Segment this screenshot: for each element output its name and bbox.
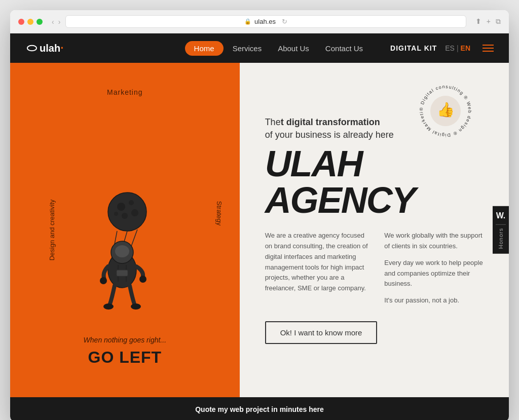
forward-icon[interactable]: › (58, 18, 61, 26)
svg-point-5 (131, 209, 138, 216)
browser-window: ‹ › 🔒 ulah.es ↻ ⬆ + ⧉ ulah· Home Serv (10, 10, 509, 420)
hamburger-menu[interactable] (483, 45, 494, 52)
circular-badge: ® Digital consulting ® Web design ® Digi… (413, 78, 478, 144)
logo-dot: · (60, 42, 63, 55)
svg-point-12 (103, 303, 114, 310)
footer-cta-bar[interactable]: Quote my web project in minutes here (10, 397, 509, 420)
hero-title-line1: ULAH (265, 143, 362, 184)
menu-line-1 (483, 45, 494, 46)
digital-kit-link[interactable]: DIGITAL KIT (390, 44, 437, 52)
hero-title: ULAH AGENCY (265, 145, 489, 218)
maximize-button[interactable] (36, 19, 43, 25)
svg-point-4 (114, 212, 118, 216)
share-icon[interactable]: ⬆ (475, 17, 481, 26)
hero-col1-text: We are a creative agency focused on bran… (265, 231, 369, 294)
hero-col2-line2: Every day we work to help people and com… (384, 258, 489, 289)
astronaut-illustration (74, 194, 175, 326)
site-logo[interactable]: ulah· (25, 42, 63, 55)
hero-title-line2: AGENCY (265, 180, 415, 220)
navbar: ulah· Home Services About Us Contact Us … (10, 33, 509, 63)
hero-tagline-text: When nothing goes right... (84, 336, 166, 344)
svg-rect-18 (117, 270, 128, 276)
lang-divider: | (457, 44, 459, 52)
close-button[interactable] (18, 19, 24, 25)
svg-point-0 (108, 193, 146, 231)
menu-line-2 (483, 48, 494, 49)
hero-right-panel: ® Digital consulting ® Web design ® Digi… (240, 63, 509, 397)
minimize-button[interactable] (27, 19, 33, 25)
marketing-label: Marketing (107, 88, 142, 96)
hero-col2-line3: It's our passion, not a job. (384, 295, 489, 306)
nav-about[interactable]: About Us (271, 41, 316, 56)
know-more-button[interactable]: Ok! I want to know more (265, 321, 378, 344)
side-widget-letter: W. (496, 211, 506, 225)
hero-left-panel: Marketing Design and creativity Strategy (10, 63, 240, 397)
address-bar[interactable]: 🔒 ulah.es ↻ (65, 15, 466, 28)
nav-home[interactable]: Home (185, 41, 224, 56)
traffic-lights (18, 19, 43, 25)
lang-es-button[interactable]: ES (445, 44, 455, 52)
menu-line-3 (483, 51, 494, 52)
hero-col2-line1: We work globally with the support of cli… (384, 231, 489, 252)
strategy-label: Strategy (215, 201, 223, 225)
logo-text: ulah (40, 43, 60, 54)
browser-chrome: ‹ › 🔒 ulah.es ↻ ⬆ + ⧉ (10, 10, 509, 33)
tabs-icon[interactable]: ⧉ (496, 17, 501, 26)
svg-point-13 (131, 303, 141, 310)
hero-col-1: We are a creative agency focused on bran… (265, 231, 369, 306)
svg-point-14 (100, 277, 107, 284)
language-switcher: ES | EN (445, 44, 470, 52)
browser-controls: ‹ › (52, 18, 60, 26)
svg-point-2 (129, 200, 134, 205)
back-icon[interactable]: ‹ (52, 18, 54, 26)
footer-cta-text: Quote my web project in minutes here (195, 405, 324, 413)
hero-section: Marketing Design and creativity Strategy (10, 63, 509, 397)
svg-point-3 (122, 213, 128, 219)
svg-point-1 (117, 203, 125, 211)
browser-actions: ⬆ + ⧉ (475, 17, 501, 26)
lang-en-button[interactable]: EN (461, 44, 470, 52)
design-label: Design and creativity (48, 200, 56, 261)
hero-description-columns: We are a creative agency focused on bran… (265, 231, 489, 306)
nav-links: Home Services About Us Contact Us (185, 41, 370, 56)
hero-cta-text: GO LEFT (84, 348, 166, 367)
nav-services[interactable]: Services (226, 41, 269, 56)
nav-right: DIGITAL KIT ES | EN (390, 44, 494, 52)
url-text: ulah.es (254, 18, 276, 25)
side-widget: W. Honors (493, 206, 509, 254)
lock-icon: 🔒 (244, 18, 251, 25)
svg-text:👍: 👍 (436, 101, 454, 118)
refresh-icon[interactable]: ↻ (282, 18, 287, 25)
nav-contact[interactable]: Contact Us (318, 41, 370, 56)
new-tab-icon[interactable]: + (487, 17, 491, 26)
hero-bottom-text: When nothing goes right... GO LEFT (84, 336, 166, 382)
hero-col-2: We work globally with the support of cli… (384, 231, 489, 306)
svg-point-15 (139, 276, 146, 283)
svg-point-11 (115, 245, 129, 257)
website: ulah· Home Services About Us Contact Us … (10, 33, 509, 420)
side-widget-label[interactable]: Honors (498, 228, 504, 249)
